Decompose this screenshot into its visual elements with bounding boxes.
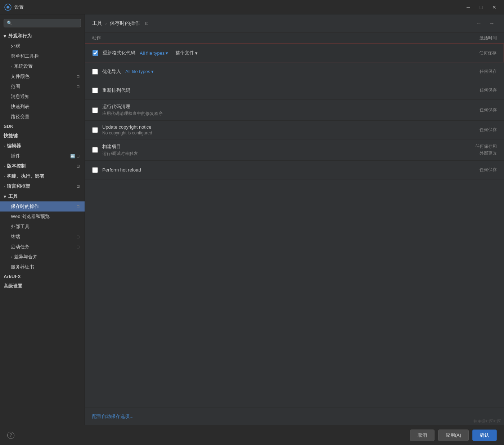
row-checkbox-reformat[interactable] [93,50,98,56]
table-row: 运行代码清理 应用代码清理检查中的修复程序 任何保存 [85,100,504,121]
file-type-label: All file types [125,69,150,74]
cancel-button[interactable]: 取消 [410,430,435,441]
sidebar-item-build[interactable]: › 构建、执行、部署 [0,171,85,181]
file-type-button-reformat[interactable]: All file types ▾ [138,50,170,57]
row-label-copyright: Update copyright notice [102,124,152,130]
dropdown-icon: ▾ [195,50,198,56]
row-label-group-cleanup: 运行代码清理 应用代码清理检查中的修复程序 [102,103,163,117]
sidebar-label: 编辑器 [7,143,21,149]
sidebar-label: 快速列表 [11,103,30,110]
row-content-hotreload: Perform hot reload [102,167,450,173]
whole-file-button-reformat[interactable]: 整个文件 ▾ [174,49,199,57]
sidebar-item-sdk[interactable]: SDK [0,122,85,131]
sidebar-label: 菜单和工具栏 [11,53,39,59]
badge-icon: ⊡ [76,74,80,79]
badge-icon: ⊡ [76,245,80,249]
sidebar-item-plugins[interactable]: 插件 🔤 ⊡ [0,151,85,161]
sidebar-item-appearance-group[interactable]: ▾ 外观和行为 [0,31,85,41]
badge-icon: ⊡ [76,204,80,209]
title-text: 设置 [14,4,24,10]
sidebar-item-lang[interactable]: › 语言和框架 ⊡ [0,181,85,191]
sidebar-item-vcs[interactable]: › 版本控制 ⊡ [0,161,85,171]
sidebar-label: 外部工具 [11,223,30,230]
sidebar-item-advanced[interactable]: 高级设置 [0,281,85,291]
sidebar-label: 工具 [8,193,18,200]
collapse-icon: ▾ [4,194,6,199]
help-icon-label: ? [10,433,12,438]
row-label-group-copyright: Update copyright notice No copyright is … [102,124,152,135]
expand-icon: › [11,64,12,68]
forward-button[interactable]: → [487,19,497,27]
minimize-button[interactable]: ─ [463,3,474,11]
sidebar-item-server-cert[interactable]: 服务器证书 [0,262,85,272]
row-checkbox-optimize[interactable] [92,69,98,75]
sidebar-item-external-tools[interactable]: 外部工具 [0,222,85,232]
sidebar-item-save-actions[interactable]: 保存时的操作 ⊡ [0,201,85,212]
sidebar-label: Web 浏览器和预览 [11,213,50,220]
sidebar-item-system[interactable]: › 系统设置 [0,61,85,71]
row-checkbox-cleanup[interactable] [92,107,98,113]
file-type-button-optimize[interactable]: All file types ▾ [124,68,155,75]
sidebar-item-startup[interactable]: 启动任务 ⊡ [0,242,85,252]
title-bar-controls: ─ □ ✕ [463,3,500,11]
content-header: 工具 › 保存时的操作 ⊡ ← → [85,14,504,33]
row-checkbox-copyright[interactable] [92,127,98,133]
title-bar: 设置 ─ □ ✕ [0,0,504,14]
dropdown-icon: ▾ [166,50,168,56]
sidebar-label: 快捷键 [4,133,18,139]
sidebar-item-menus[interactable]: 菜单和工具栏 [0,51,85,61]
sidebar-item-pathvar[interactable]: 路径变量 [0,112,85,122]
table-row: Perform hot reload 任何保存 [85,161,504,179]
search-input[interactable] [14,21,78,26]
row-checkbox-rearrange[interactable] [92,88,98,93]
close-button[interactable]: ✕ [489,3,500,11]
row-content-build: 构建项目 运行/调试时未触发 [102,143,450,157]
sidebar-item-tools-group[interactable]: ▾ 工具 [0,191,85,201]
row-checkbox-build[interactable] [92,147,98,153]
sidebar-label: 路径变量 [11,114,30,120]
breadcrumb-current: 保存时的操作 [110,20,140,27]
sidebar-label: 文件颜色 [11,73,30,80]
collapse-icon: ▾ [4,34,6,39]
search-box[interactable]: 🔍 [4,19,81,27]
row-label-build: 构建项目 [102,143,138,150]
back-button[interactable]: ← [474,19,484,27]
sidebar-label: 终端 [11,233,20,240]
table-header: 动作 激活时间 [85,33,504,44]
row-content-rearrange: 重新排列代码 [102,87,450,94]
sidebar-label: 插件 [11,153,20,159]
expand-icon: › [4,174,5,178]
sidebar-item-appearance[interactable]: 外观 [0,41,85,51]
sidebar-item-web-browser[interactable]: Web 浏览器和预览 [0,212,85,222]
expand-icon: › [4,184,5,188]
sidebar-item-diff-merge[interactable]: › 差异与合并 [0,252,85,262]
row-time-hotreload: 任何保存 [450,167,497,173]
breadcrumb-edit-icon[interactable]: ⊡ [145,21,149,26]
sidebar-item-shortcuts[interactable]: 快捷键 [0,131,85,141]
sidebar-item-editor[interactable]: › 编辑器 [0,141,85,151]
config-link[interactable]: 配置自动保存选项... [92,414,134,419]
dropdown-icon: ▾ [151,69,154,74]
maximize-button[interactable]: □ [476,3,487,11]
sidebar-label: SDK [4,124,13,129]
confirm-button[interactable]: 确认 [472,430,497,441]
file-type-label: All file types [140,50,165,56]
badge-icon: ⊡ [76,235,80,239]
help-button[interactable]: ? [7,432,14,439]
search-icon: 🔍 [7,21,12,26]
sidebar-item-scope[interactable]: 范围 ⊡ [0,81,85,92]
sidebar-item-notifications[interactable]: 消息通知 [0,92,85,102]
row-label-rearrange: 重新排列代码 [102,87,130,94]
sidebar-item-file-colors[interactable]: 文件颜色 ⊡ [0,71,85,81]
sidebar-label: 服务器证书 [11,264,34,270]
sidebar-label: 消息通知 [11,93,30,100]
sidebar: 🔍 ▾ 外观和行为 外观 菜单和工具栏 › 系统设置 文件颜色 ⊡ 范围 ⊡ 消… [0,14,85,425]
sidebar-label: 系统设置 [14,63,33,70]
row-checkbox-hotreload[interactable] [92,167,98,173]
sidebar-item-terminal[interactable]: 终端 ⊡ [0,232,85,242]
sidebar-item-quicklist[interactable]: 快速列表 [0,102,85,112]
sidebar-item-arkuix[interactable]: ArkUI-X [0,272,85,281]
bottom-bar: ? 取消 应用(A) 确认 [0,425,504,445]
apply-button[interactable]: 应用(A) [438,430,469,441]
sidebar-label: 启动任务 [11,244,30,250]
